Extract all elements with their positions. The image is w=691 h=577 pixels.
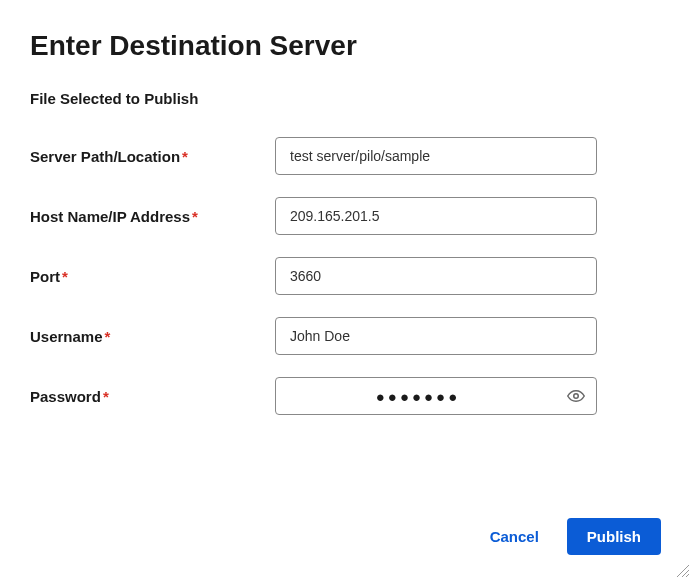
password-label-text: Password (30, 388, 101, 405)
password-row: Password* ●●●●●●● (30, 377, 661, 415)
username-label: Username* (30, 328, 275, 345)
server-path-label-text: Server Path/Location (30, 148, 180, 165)
host-name-label: Host Name/IP Address* (30, 208, 275, 225)
username-row: Username* (30, 317, 661, 355)
destination-server-dialog: Enter Destination Server File Selected t… (0, 0, 691, 577)
port-input[interactable] (275, 257, 597, 295)
password-label: Password* (30, 388, 275, 405)
required-asterisk: * (182, 148, 188, 165)
required-asterisk: * (103, 388, 109, 405)
port-label: Port* (30, 268, 275, 285)
server-path-row: Server Path/Location* (30, 137, 661, 175)
svg-point-0 (574, 394, 579, 399)
host-name-label-text: Host Name/IP Address (30, 208, 190, 225)
dialog-actions: Cancel Publish (482, 518, 661, 555)
port-row: Port* (30, 257, 661, 295)
dialog-title: Enter Destination Server (30, 30, 661, 62)
show-password-icon[interactable] (566, 386, 586, 406)
password-input-wrapper[interactable]: ●●●●●●● (275, 377, 597, 415)
server-path-label: Server Path/Location* (30, 148, 275, 165)
server-path-input[interactable] (275, 137, 597, 175)
host-name-row: Host Name/IP Address* (30, 197, 661, 235)
host-name-input[interactable] (275, 197, 597, 235)
required-asterisk: * (62, 268, 68, 285)
required-asterisk: * (192, 208, 198, 225)
password-masked-value: ●●●●●●● (290, 388, 566, 405)
cancel-button[interactable]: Cancel (482, 518, 547, 555)
username-label-text: Username (30, 328, 103, 345)
username-input[interactable] (275, 317, 597, 355)
publish-button[interactable]: Publish (567, 518, 661, 555)
resize-handle-icon[interactable] (677, 563, 689, 575)
port-label-text: Port (30, 268, 60, 285)
required-asterisk: * (105, 328, 111, 345)
file-selected-subtitle: File Selected to Publish (30, 90, 661, 107)
